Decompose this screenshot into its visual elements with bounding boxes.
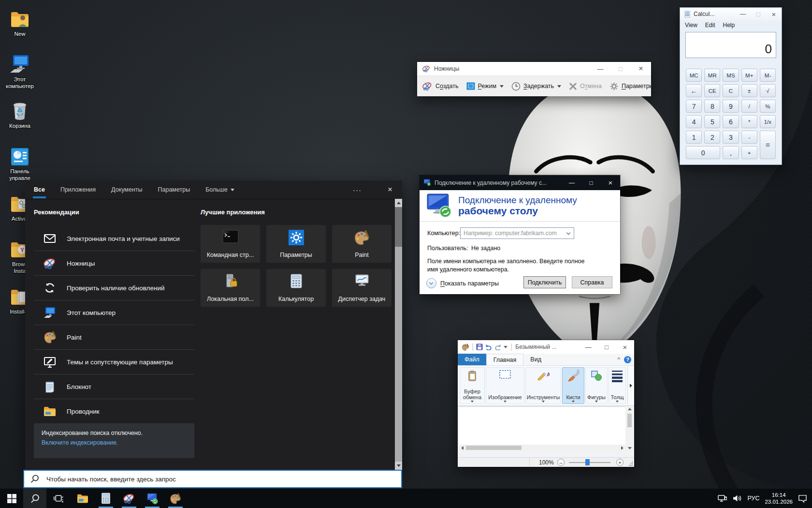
taskbar-search-button[interactable]: [23, 489, 46, 508]
key-8[interactable]: 8: [704, 100, 720, 113]
key-9[interactable]: 9: [723, 100, 739, 113]
key-4[interactable]: 4: [686, 115, 702, 128]
panel-scrollbar[interactable]: [395, 199, 402, 470]
close-button[interactable]: ×: [631, 62, 651, 75]
key-6[interactable]: 6: [723, 115, 739, 128]
key-negate[interactable]: ±: [741, 84, 757, 97]
delay-button[interactable]: Задержать: [511, 82, 561, 91]
tab-documents[interactable]: Документы: [111, 186, 142, 193]
show-options-toggle[interactable]: Показать параметры: [426, 278, 499, 288]
calculator-title-bar[interactable]: Calcul... — □ ×: [680, 8, 782, 20]
key-percent[interactable]: %: [760, 100, 776, 113]
minimize-button[interactable]: —: [562, 175, 581, 190]
clipboard-group-button[interactable]: Буферобмена: [460, 367, 485, 404]
list-item-explorer[interactable]: Проводник: [34, 399, 194, 423]
mode-button[interactable]: Режим: [466, 82, 504, 90]
key-1[interactable]: 1: [686, 131, 702, 144]
taskbar-snipping-button[interactable]: [117, 489, 141, 508]
list-item-updates[interactable]: Проверить наличие обновлений: [34, 275, 194, 300]
desktop-icon-this-pc[interactable]: Этот компьютер: [1, 51, 39, 90]
paint-title-bar[interactable]: | | Безымянный ... — □ ×: [458, 340, 634, 354]
list-item-themes[interactable]: Темы и сопутствующие параметры: [34, 349, 194, 374]
action-center-icon[interactable]: [798, 494, 807, 503]
language-indicator[interactable]: РУС: [747, 495, 759, 502]
more-options-button[interactable]: ···: [353, 186, 362, 194]
scroll-up-button[interactable]: [395, 199, 402, 207]
connect-button[interactable]: Подключить: [523, 276, 566, 288]
zoom-slider-track[interactable]: [569, 462, 610, 463]
key-backspace[interactable]: ←: [686, 84, 702, 97]
save-button[interactable]: [476, 344, 483, 350]
ribbon-scroll-right-button[interactable]: [627, 366, 634, 405]
tab-view[interactable]: Вид: [523, 354, 548, 365]
key-2[interactable]: 2: [704, 131, 720, 144]
maximize-button[interactable]: □: [751, 8, 766, 20]
close-button[interactable]: ×: [766, 8, 782, 20]
line-weight-group-button[interactable]: Толщ: [609, 367, 626, 404]
quick-access-dropdown-icon[interactable]: [504, 346, 508, 348]
taskbar-paint-button[interactable]: [164, 489, 187, 508]
key-mr[interactable]: MR: [704, 69, 720, 82]
menu-edit[interactable]: Edit: [705, 22, 715, 29]
image-group-button[interactable]: Изображение: [486, 367, 524, 404]
list-item-paint[interactable]: Paint: [34, 325, 194, 349]
collapse-ribbon-button[interactable]: ^: [617, 354, 620, 365]
tile-cmd[interactable]: Командная стр...: [201, 225, 260, 263]
horizontal-scrollbar[interactable]: [459, 445, 625, 451]
list-item-this-pc[interactable]: Этот компьютер: [34, 300, 194, 325]
snipping-title-bar[interactable]: Ножницы — □ ×: [417, 62, 651, 75]
list-item-mail[interactable]: Электронная почта и учетные записи: [34, 226, 194, 251]
key-7[interactable]: 7: [686, 100, 702, 113]
taskbar-rdp-button[interactable]: [141, 489, 164, 508]
scrollbar-thumb[interactable]: [466, 446, 522, 450]
scrollbar-thumb[interactable]: [627, 414, 632, 427]
start-button[interactable]: [0, 489, 23, 508]
key-equals[interactable]: =: [760, 131, 776, 159]
taskbar-clock[interactable]: 16:14 23.01.2026: [765, 492, 793, 505]
cancel-button[interactable]: Отмена: [569, 82, 602, 90]
key-sqrt[interactable]: √: [760, 84, 776, 97]
key-mplus[interactable]: M+: [741, 69, 757, 82]
list-item-snipping[interactable]: Ножницы: [34, 251, 194, 275]
tab-settings[interactable]: Параметры: [158, 186, 190, 193]
desktop-icon-new[interactable]: New: [1, 6, 39, 37]
key-reciprocal[interactable]: 1/x: [760, 115, 776, 128]
taskbar-explorer-button[interactable]: [71, 489, 94, 508]
tile-local-policy[interactable]: Локальная пол...: [201, 269, 260, 307]
tab-home[interactable]: Главная: [486, 354, 524, 365]
tile-settings[interactable]: Параметры: [266, 225, 326, 263]
resize-grip-icon[interactable]: [629, 462, 633, 466]
enable-indexing-link[interactable]: Включите индексирование.: [42, 439, 187, 446]
search-input[interactable]: [45, 475, 401, 483]
key-minus[interactable]: -: [741, 131, 757, 144]
task-view-button[interactable]: [46, 489, 70, 508]
network-icon[interactable]: [717, 494, 727, 503]
key-c[interactable]: C: [723, 84, 739, 97]
tile-paint[interactable]: Paint: [332, 225, 392, 263]
minimize-button[interactable]: —: [735, 8, 751, 20]
tab-file[interactable]: Файл: [458, 354, 486, 365]
brushes-group-button[interactable]: Кисти: [562, 367, 584, 404]
minimize-button[interactable]: —: [579, 340, 597, 354]
rdp-title-bar[interactable]: Подключение к удаленному рабочему с... —…: [420, 175, 620, 190]
key-0[interactable]: 0: [686, 146, 720, 159]
close-search-button[interactable]: ×: [388, 185, 392, 194]
key-plus[interactable]: +: [741, 146, 757, 159]
close-button[interactable]: ×: [601, 175, 620, 190]
tab-all[interactable]: Все: [34, 186, 45, 193]
zoom-in-button[interactable]: +: [616, 459, 624, 466]
key-divide[interactable]: /: [741, 100, 757, 113]
scroll-down-button[interactable]: [395, 462, 402, 470]
zoom-slider-thumb[interactable]: [585, 459, 590, 465]
help-button[interactable]: Справка: [572, 276, 612, 288]
key-mminus[interactable]: M-: [760, 69, 776, 82]
scrollbar-thumb[interactable]: [395, 207, 402, 247]
desktop-icon-control-panel[interactable]: Панель управле: [1, 143, 39, 181]
minimize-button[interactable]: —: [590, 62, 610, 75]
list-item-notepad[interactable]: Блокнот: [34, 374, 194, 399]
vertical-scrollbar[interactable]: [626, 406, 633, 451]
volume-icon[interactable]: [732, 494, 742, 503]
taskbar-calculator-button[interactable]: [94, 489, 117, 508]
zoom-out-button[interactable]: –: [557, 459, 565, 466]
tile-task-manager[interactable]: Диспетчер задач: [332, 269, 392, 307]
